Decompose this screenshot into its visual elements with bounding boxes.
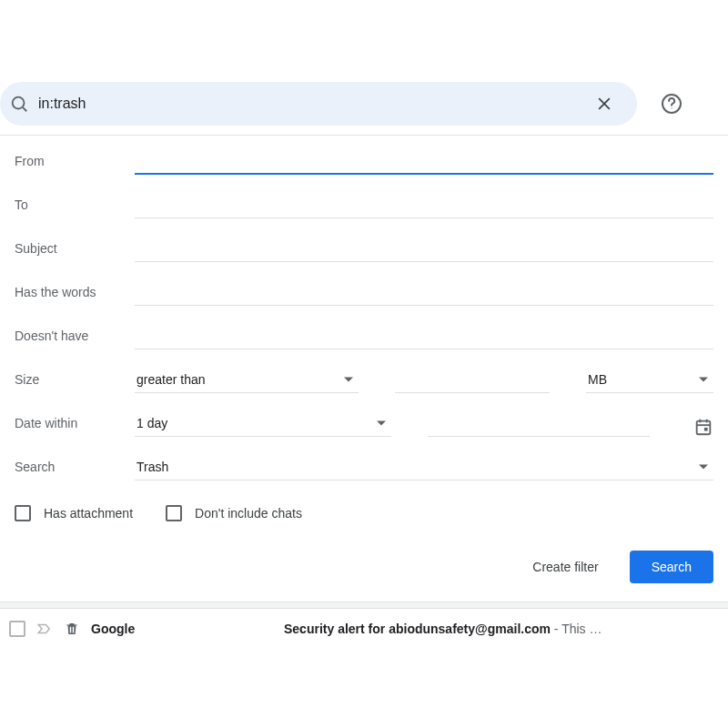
size-unit-select[interactable]: MB xyxy=(586,367,713,393)
row-date-within: Date within 1 day xyxy=(0,401,728,445)
size-operator-select[interactable]: greater than xyxy=(135,367,359,393)
from-input[interactable] xyxy=(135,147,713,175)
mail-sender: Google xyxy=(91,622,273,636)
label-has-words: Has the words xyxy=(15,285,135,299)
caret-down-icon xyxy=(699,378,708,382)
topbar xyxy=(0,0,728,126)
svg-line-1 xyxy=(23,107,26,111)
svg-point-5 xyxy=(671,107,672,108)
date-input[interactable] xyxy=(428,410,650,437)
select-mail-checkbox[interactable] xyxy=(9,621,25,637)
has-attachment-label: Has attachment xyxy=(44,506,133,521)
size-unit-value: MB xyxy=(588,372,607,387)
mail-snippet: This … xyxy=(561,622,602,636)
size-operator-value: greater than xyxy=(136,372,206,387)
close-icon xyxy=(595,95,613,113)
search-location-value: Trash xyxy=(136,460,168,474)
label-date-within: Date within xyxy=(15,416,135,430)
exclude-chats-label: Don't include chats xyxy=(195,506,302,521)
label-from: From xyxy=(15,154,135,168)
mail-subject-line: Security alert for abiodunsafety@gmail.c… xyxy=(284,622,602,636)
row-doesnt-have: Doesn't have xyxy=(0,314,728,358)
label-doesnt-have: Doesn't have xyxy=(15,329,135,343)
trash-icon xyxy=(64,621,80,637)
size-value-input[interactable] xyxy=(395,366,550,393)
checkbox-icon xyxy=(15,505,31,521)
row-search-in: Search Trash xyxy=(0,445,728,489)
help-button[interactable] xyxy=(653,86,690,122)
help-icon xyxy=(661,93,682,115)
mail-subject: Security alert for abiodunsafety@gmail.c… xyxy=(284,622,551,636)
has-attachment-checkbox[interactable]: Has attachment xyxy=(15,505,133,521)
date-range-value: 1 day xyxy=(136,416,167,430)
row-from: From xyxy=(0,139,728,183)
row-size: Size greater than MB xyxy=(0,358,728,401)
subject-input[interactable] xyxy=(135,236,713,262)
svg-rect-6 xyxy=(697,421,711,435)
mail-row[interactable]: Google Security alert for abiodunsafety@… xyxy=(0,609,728,649)
checkbox-icon xyxy=(166,505,182,521)
label-subject: Subject xyxy=(15,241,135,256)
panel-bottom-divider xyxy=(0,602,728,609)
actions-row: Create filter Search xyxy=(0,529,728,602)
create-filter-button[interactable]: Create filter xyxy=(523,552,607,581)
search-input[interactable] xyxy=(38,96,588,112)
caret-down-icon xyxy=(377,421,386,426)
svg-rect-10 xyxy=(704,428,708,431)
advanced-search-panel: From To Subject Has the words Doesn't ha… xyxy=(0,136,728,602)
search-bar[interactable] xyxy=(0,82,637,126)
checkbox-row: Has attachment Don't include chats xyxy=(0,489,728,529)
row-to: To xyxy=(0,183,728,227)
row-subject: Subject xyxy=(0,227,728,270)
exclude-chats-checkbox[interactable]: Don't include chats xyxy=(166,505,302,521)
to-input[interactable] xyxy=(135,192,713,218)
calendar-icon[interactable] xyxy=(693,417,713,437)
search-icon xyxy=(9,94,29,114)
row-has-words: Has the words xyxy=(0,270,728,314)
clear-search-button[interactable] xyxy=(588,87,621,120)
label-size: Size xyxy=(15,372,135,387)
caret-down-icon xyxy=(344,378,353,382)
caret-down-icon xyxy=(699,464,708,469)
search-location-select[interactable]: Trash xyxy=(135,454,713,480)
important-marker-icon[interactable] xyxy=(36,621,53,637)
mail-snippet-sep: - xyxy=(551,622,561,636)
label-search-in: Search xyxy=(15,460,135,474)
svg-point-0 xyxy=(13,97,25,109)
date-range-select[interactable]: 1 day xyxy=(135,410,391,437)
has-words-input[interactable] xyxy=(135,279,713,306)
label-to: To xyxy=(15,197,135,212)
doesnt-have-input[interactable] xyxy=(135,323,713,349)
search-button[interactable]: Search xyxy=(630,551,713,583)
